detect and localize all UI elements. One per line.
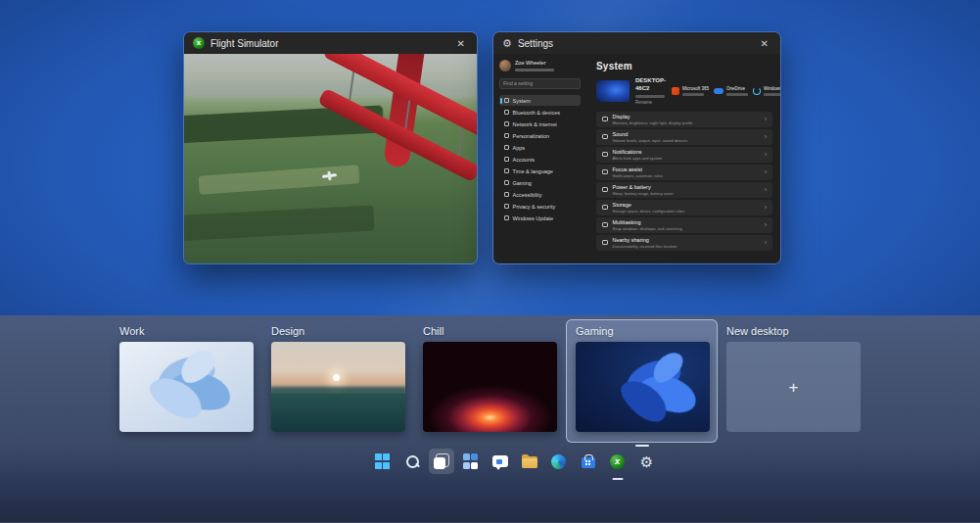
desktop-work[interactable]: Work bbox=[111, 319, 262, 443]
search-button[interactable] bbox=[399, 449, 425, 474]
nearby-sharing-icon bbox=[602, 240, 608, 246]
nav-item-network-internet[interactable]: Network & internet bbox=[499, 119, 581, 129]
storage-icon bbox=[602, 205, 608, 211]
store-button[interactable] bbox=[576, 449, 601, 474]
status-tiles: Microsoft 365 OneDrive Windows Update bbox=[672, 86, 780, 96]
widgets-button[interactable] bbox=[458, 449, 484, 474]
active-desktop-indicator bbox=[635, 445, 649, 448]
chevron-right-icon: › bbox=[765, 168, 767, 175]
window-title: Settings bbox=[518, 38, 553, 49]
nav-item-personalization[interactable]: Personalization bbox=[499, 130, 581, 141]
desktop-chill-thumbnail[interactable] bbox=[423, 342, 557, 432]
settings-gear-icon: ⚙ bbox=[502, 38, 512, 49]
accounts-icon bbox=[504, 157, 509, 162]
personalization-icon bbox=[504, 133, 509, 138]
desktop-chill[interactable]: Chill bbox=[414, 319, 566, 443]
battery-icon bbox=[602, 187, 608, 193]
close-icon[interactable]: ✕ bbox=[758, 36, 771, 51]
nav-item-accessibility[interactable]: Accessibility bbox=[499, 189, 581, 200]
desktop-gaming-thumbnail[interactable] bbox=[576, 342, 710, 432]
task-view-button[interactable] bbox=[429, 449, 454, 474]
tile-microsoft-365[interactable]: Microsoft 365 bbox=[672, 86, 709, 96]
tile-subtext-placeholder bbox=[764, 93, 780, 96]
row-nearby-sharing[interactable]: Nearby sharing Discoverability, received… bbox=[596, 235, 772, 251]
notifications-icon bbox=[602, 152, 608, 158]
onedrive-icon bbox=[714, 88, 723, 94]
nav-item-accounts[interactable]: Accounts bbox=[499, 154, 581, 165]
running-app-indicator bbox=[612, 478, 623, 481]
tile-subtext-placeholder bbox=[682, 93, 704, 96]
device-model-placeholder bbox=[635, 95, 665, 98]
nav-item-windows-update[interactable]: Windows Update bbox=[499, 213, 581, 223]
accessibility-icon bbox=[504, 192, 509, 197]
window-flight-simulator[interactable]: x Flight Simulator ✕ bbox=[183, 31, 478, 264]
file-explorer-icon bbox=[522, 456, 537, 468]
rename-link[interactable]: Rename bbox=[635, 100, 666, 105]
new-desktop-button[interactable]: New desktop + bbox=[718, 319, 869, 443]
close-icon[interactable]: ✕ bbox=[454, 36, 468, 51]
new-desktop-thumbnail[interactable]: + bbox=[726, 342, 861, 432]
chevron-right-icon: › bbox=[765, 221, 767, 228]
row-notifications[interactable]: Notifications Alerts from apps and syste… bbox=[596, 147, 772, 163]
avatar bbox=[499, 60, 511, 71]
desktop-design[interactable]: Design bbox=[262, 319, 414, 443]
settings-titlebar: ⚙ Settings ✕ bbox=[493, 32, 780, 54]
row-focus-assist[interactable]: Focus assist Notifications, automatic ru… bbox=[596, 165, 772, 180]
desktop-work-thumbnail[interactable] bbox=[119, 342, 254, 432]
edge-icon bbox=[551, 454, 566, 469]
system-icon bbox=[504, 98, 509, 103]
widgets-icon bbox=[463, 453, 479, 469]
row-storage[interactable]: Storage Storage space, drives, configura… bbox=[596, 200, 772, 215]
nav-item-bluetooth-devices[interactable]: Bluetooth & devices bbox=[499, 107, 581, 118]
nav-item-apps[interactable]: Apps bbox=[499, 142, 581, 153]
account-summary[interactable]: Zoe Wheeler bbox=[499, 60, 581, 71]
desktop-gaming[interactable]: Gaming bbox=[566, 319, 718, 443]
windows-update-icon bbox=[753, 87, 761, 95]
edge-button[interactable] bbox=[546, 449, 572, 474]
start-button[interactable] bbox=[370, 449, 396, 474]
xbox-button[interactable]: x bbox=[605, 449, 630, 474]
chat-icon bbox=[492, 455, 508, 467]
task-view-screen: x Flight Simulator ✕ ⚙ Settings bbox=[0, 0, 980, 523]
nav-item-system[interactable]: System bbox=[499, 95, 581, 106]
settings-search-input[interactable] bbox=[499, 78, 581, 89]
row-sound[interactable]: Sound Volume levels, output, input, soun… bbox=[596, 129, 772, 145]
nav-item-privacy-security[interactable]: Privacy & security bbox=[499, 201, 581, 212]
tile-subtext-placeholder bbox=[726, 93, 748, 96]
device-header: DESKTOP-46C2 Rename Microsoft 365 OneDr bbox=[596, 77, 772, 105]
tile-windows-update[interactable]: Windows Update bbox=[753, 86, 780, 96]
time-language-icon bbox=[504, 168, 509, 173]
chat-button[interactable] bbox=[488, 449, 513, 474]
bluetooth-icon bbox=[504, 110, 509, 115]
gaming-icon bbox=[504, 180, 509, 185]
row-power-battery[interactable]: Power & battery Sleep, battery usage, ba… bbox=[596, 182, 772, 198]
nav-item-time-language[interactable]: Time & language bbox=[499, 166, 581, 176]
settings-content: System DESKTOP-46C2 Rename Microsoft 365 bbox=[586, 54, 780, 264]
sound-icon bbox=[602, 134, 608, 140]
microsoft-365-icon bbox=[672, 87, 679, 95]
settings-body: Zoe Wheeler System Bluetooth & devices N… bbox=[493, 54, 780, 264]
window-settings[interactable]: ⚙ Settings ✕ Zoe Wheeler System bbox=[492, 31, 781, 264]
desktop-design-thumbnail[interactable] bbox=[271, 342, 405, 432]
user-name: Zoe Wheeler bbox=[515, 60, 554, 67]
row-multitasking[interactable]: Multitasking Snap windows, desktops, tas… bbox=[596, 217, 772, 233]
plus-icon: + bbox=[789, 379, 799, 396]
task-view-icon bbox=[434, 453, 449, 469]
nav-item-gaming[interactable]: Gaming bbox=[499, 177, 581, 188]
microsoft-store-icon bbox=[582, 457, 595, 468]
flight-simulator-preview bbox=[184, 54, 477, 264]
xbox-app-icon: x bbox=[193, 37, 205, 49]
taskbar: x ⚙ bbox=[0, 449, 980, 488]
tile-onedrive[interactable]: OneDrive bbox=[714, 86, 748, 96]
privacy-icon bbox=[504, 204, 509, 209]
device-name: DESKTOP-46C2 bbox=[635, 77, 666, 93]
row-display[interactable]: Display Monitors, brightness, night ligh… bbox=[596, 112, 772, 127]
chevron-right-icon: › bbox=[765, 239, 767, 246]
windows-logo-icon bbox=[375, 453, 391, 469]
device-image bbox=[596, 80, 630, 102]
apps-icon bbox=[504, 145, 509, 150]
settings-button[interactable]: ⚙ bbox=[634, 449, 660, 474]
file-explorer-button[interactable] bbox=[517, 449, 542, 474]
update-icon bbox=[504, 215, 509, 220]
virtual-desktops-row: Work Design Chill Gaming bbox=[111, 319, 869, 443]
